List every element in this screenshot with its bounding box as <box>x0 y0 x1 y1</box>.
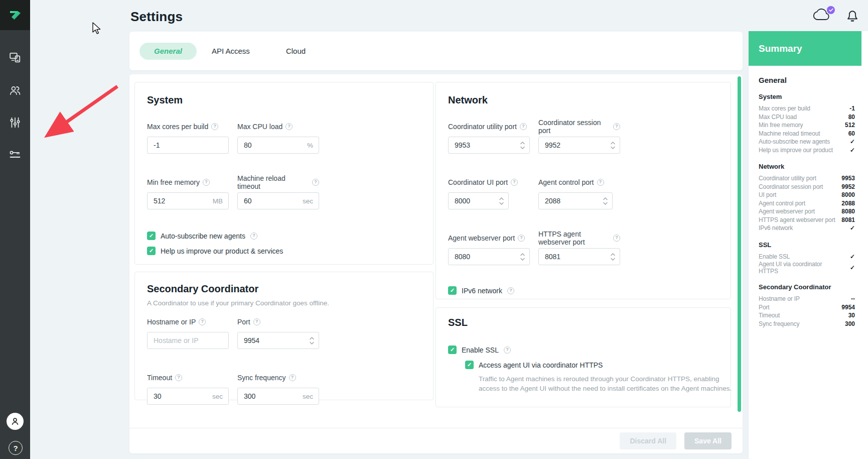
summary-row-label: Max cores per build <box>759 105 810 112</box>
auto-subscribe-checkbox[interactable]: Auto-subscribe new agents <box>147 232 421 240</box>
summary-row-value: ✓ <box>850 147 855 154</box>
max-cores-input[interactable] <box>148 137 228 153</box>
cloud-status-icon[interactable] <box>812 7 834 26</box>
tab-cloud[interactable]: Cloud <box>286 47 306 55</box>
stepper-arrows[interactable] <box>603 193 608 209</box>
summary-row-label: Agent webserver port <box>759 208 815 215</box>
system-section: System Max cores per build Max CPU load … <box>134 82 433 265</box>
help-tooltip-icon[interactable] <box>289 374 296 381</box>
discard-all-button[interactable]: Discard All <box>620 432 676 449</box>
sync-frequency-input[interactable] <box>238 388 319 404</box>
sidebar-item-settings[interactable] <box>0 112 30 133</box>
enable-ssl-checkbox[interactable]: Enable SSL <box>448 346 718 354</box>
agent-webserver-port-input[interactable] <box>449 249 529 265</box>
session-port-input[interactable] <box>539 137 620 153</box>
help-tooltip-icon[interactable] <box>175 374 182 381</box>
summary-row-label: HTTPS agent webserver port <box>759 216 835 223</box>
summary-row: Auto-subscribe new agents✓ <box>759 138 855 146</box>
agent-control-port-input[interactable] <box>539 193 612 209</box>
agent-control-port-field: Agent control port <box>538 178 620 209</box>
field-label: Coordinator utility port <box>448 123 517 131</box>
tab-general[interactable]: General <box>139 43 197 60</box>
https-agent-webserver-port-input[interactable] <box>539 249 620 265</box>
help-tooltip-icon[interactable] <box>507 287 514 294</box>
utility-port-input[interactable] <box>449 137 529 153</box>
stepper-arrows[interactable] <box>520 137 525 153</box>
help-tooltip-icon[interactable] <box>518 235 525 242</box>
field-label: Agent control port <box>538 178 594 186</box>
help-tooltip-icon[interactable] <box>250 233 257 240</box>
summary-row-value: 9954 <box>841 304 855 311</box>
help-tooltip-icon[interactable] <box>199 318 206 325</box>
summary-row-value: 300 <box>845 320 855 327</box>
sidebar-item-users[interactable] <box>0 80 30 100</box>
field-label: Agent webserver port <box>448 234 515 242</box>
summary-row-value: ✓ <box>850 264 855 271</box>
help-tooltip-icon[interactable] <box>504 347 511 354</box>
summary-row-value: 8080 <box>841 208 855 215</box>
help-tooltip-icon[interactable] <box>253 318 260 325</box>
summary-row-label: Coordinator utility port <box>759 175 816 182</box>
summary-row-value: 512 <box>845 122 855 129</box>
help-tooltip-icon[interactable] <box>203 179 210 186</box>
session-port-field: Coordinator session port <box>538 122 620 154</box>
app-logo-icon[interactable] <box>0 0 30 30</box>
summary-group-title: Network <box>759 163 855 170</box>
checkbox-checked-icon <box>448 346 457 354</box>
field-label: Max CPU load <box>237 123 282 131</box>
field-label: HTTPS agent webserver port <box>538 230 610 246</box>
user-avatar[interactable] <box>7 413 24 430</box>
tab-api-access[interactable]: API Access <box>212 47 250 55</box>
sidebar-item-license[interactable] <box>0 145 30 165</box>
help-tooltip-icon[interactable] <box>312 179 319 186</box>
improve-product-checkbox[interactable]: Help us improve our product & services <box>147 247 421 255</box>
help-tooltip-icon[interactable] <box>597 179 604 186</box>
mouse-cursor <box>92 22 104 35</box>
reload-timeout-input[interactable] <box>238 193 319 209</box>
content-scrollbar[interactable] <box>738 76 741 412</box>
ipv6-checkbox[interactable]: IPv6 network <box>448 286 718 295</box>
save-all-button[interactable]: Save All <box>684 432 732 449</box>
summary-row: Coordinator session port9952 <box>759 183 855 191</box>
max-cpu-input[interactable] <box>238 137 319 153</box>
summary-row-label: Agent control port <box>759 200 805 207</box>
help-icon[interactable]: ? <box>9 441 23 455</box>
summary-group-rows: Max cores per build-1 Max CPU load80 Min… <box>759 104 855 154</box>
min-memory-input[interactable] <box>148 193 228 209</box>
summary-row-label: Hostname or IP <box>759 295 800 302</box>
summary-row-value: -- <box>851 295 855 302</box>
checkbox-checked-icon <box>147 232 156 240</box>
secondary-port-input[interactable] <box>238 332 319 349</box>
summary-row-value: 30 <box>848 312 855 319</box>
access-agent-ui-checkbox[interactable]: Access agent UI via coordinator HTTPS <box>465 361 718 369</box>
summary-row: Agent control port2088 <box>759 199 855 208</box>
hostname-input[interactable] <box>148 332 228 349</box>
summary-row-label: IPv6 network <box>759 224 793 232</box>
field-label: Coordinator session port <box>538 119 610 135</box>
stepper-arrows[interactable] <box>611 249 615 265</box>
help-tooltip-icon[interactable] <box>613 235 620 242</box>
secondary-coordinator-section: Secondary Coordinator A Coordinator to u… <box>134 272 433 400</box>
stepper-arrows[interactable] <box>499 193 504 209</box>
help-tooltip-icon[interactable] <box>511 179 518 186</box>
min-memory-field: Min free memory MB <box>147 178 229 209</box>
help-tooltip-icon[interactable] <box>613 123 620 130</box>
summary-row: Hostname or IP-- <box>759 295 855 303</box>
stepper-arrows[interactable] <box>520 249 525 265</box>
summary-panel: Summary General System Max cores per bui… <box>749 31 868 459</box>
checkbox-label: Enable SSL <box>462 346 499 354</box>
summary-group-title: System <box>759 93 855 100</box>
stepper-arrows[interactable] <box>310 332 314 349</box>
stepper-arrows[interactable] <box>611 137 615 153</box>
summary-row-value: 60 <box>848 130 855 137</box>
notifications-bell-icon[interactable] <box>846 8 859 25</box>
checkbox-checked-icon <box>147 247 156 255</box>
field-label: Max cores per build <box>147 123 208 131</box>
summary-row-label: Max CPU load <box>759 113 797 121</box>
secondary-port-field: Port <box>237 317 319 349</box>
timeout-input[interactable] <box>148 388 228 404</box>
help-tooltip-icon[interactable] <box>211 123 218 130</box>
help-tooltip-icon[interactable] <box>285 123 293 130</box>
help-tooltip-icon[interactable] <box>520 123 527 130</box>
sidebar-item-agents[interactable] <box>0 47 30 67</box>
